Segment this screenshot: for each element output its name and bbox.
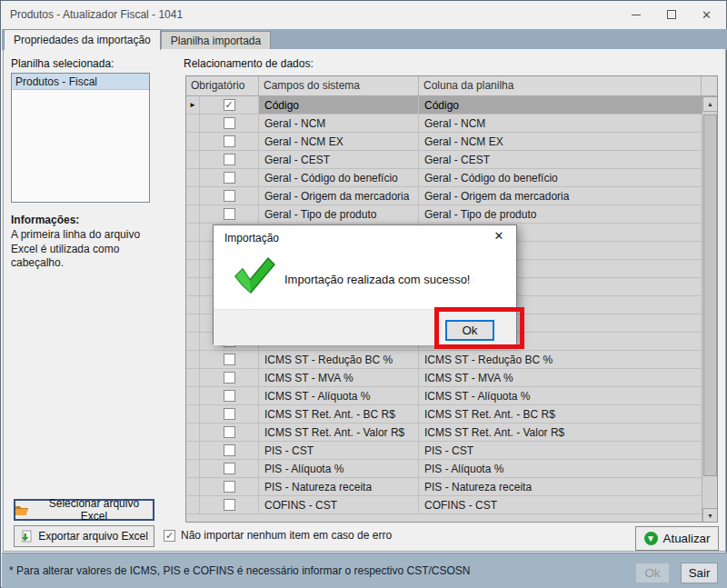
row-indicator [186, 478, 200, 495]
scroll-down-button[interactable]: ▼ [702, 508, 718, 523]
required-checkbox[interactable] [224, 463, 235, 474]
maximize-button[interactable] [653, 1, 689, 28]
row-indicator [186, 187, 200, 204]
campos-cell[interactable]: ICMS ST - Redução BC % [259, 351, 419, 368]
coluna-cell[interactable]: PIS - Alíquota % [419, 460, 702, 477]
table-row[interactable]: ICMS ST Ret. Ant. - Valor R$ ICMS ST Ret… [186, 424, 702, 442]
coluna-cell[interactable]: ICMS ST Ret. Ant. - BC R$ [419, 405, 702, 423]
campos-cell[interactable]: Geral - Tipo de produto [259, 205, 419, 223]
coluna-cell[interactable]: Geral - Código do benefício [419, 169, 702, 186]
campos-cell[interactable]: Geral - Código do benefício [259, 169, 419, 186]
coluna-cell[interactable]: Código [419, 96, 702, 114]
ok-button-disabled[interactable]: Ok [635, 563, 670, 583]
table-row[interactable]: Geral - Código do benefício Geral - Códi… [186, 169, 702, 187]
table-row[interactable]: ICMS ST Ret. Ant. - BC R$ ICMS ST Ret. A… [186, 405, 702, 424]
coluna-cell[interactable]: Geral - CEST [419, 151, 702, 168]
table-scrollbar[interactable]: ▲ ▼ [702, 96, 717, 523]
required-checkbox[interactable] [224, 190, 235, 202]
coluna-cell[interactable]: Geral - Origem da mercadoria [419, 187, 702, 204]
required-checkbox[interactable] [224, 390, 235, 402]
required-checkbox[interactable] [224, 372, 235, 384]
campos-cell[interactable]: Geral - Origem da mercadoria [259, 187, 419, 204]
row-indicator [186, 242, 200, 259]
column-header-campos[interactable]: Campos do sistema [259, 76, 419, 95]
coluna-cell[interactable]: ICMS ST - Redução BC % [419, 351, 702, 368]
row-indicator [186, 205, 200, 223]
campos-cell[interactable]: PIS - Alíquota % [259, 460, 419, 477]
campos-cell[interactable]: ICMS ST - MVA % [259, 369, 419, 386]
campos-cell[interactable]: Geral - NCM EX [259, 133, 419, 150]
planilha-listbox[interactable]: Produtos - Fiscal [11, 73, 150, 203]
coluna-cell[interactable]: ICMS ST - Alíquota % [419, 387, 702, 404]
column-header-spacer [702, 76, 717, 95]
campos-cell[interactable]: Geral - NCM [259, 115, 419, 132]
required-checkbox[interactable]: ✓ [224, 99, 235, 111]
table-row[interactable]: Geral - Origem da mercadoria Geral - Ori… [186, 187, 702, 205]
coluna-cell[interactable]: Geral - NCM [419, 115, 702, 132]
skip-error-checkbox[interactable]: ✓ [164, 530, 175, 542]
table-row[interactable]: Geral - NCM Geral - NCM [186, 115, 702, 133]
coluna-cell[interactable]: ICMS ST - MVA % [419, 369, 702, 386]
required-checkbox[interactable] [224, 444, 235, 456]
required-checkbox[interactable] [224, 154, 235, 165]
table-row[interactable]: ICMS ST - MVA % ICMS ST - MVA % [186, 369, 702, 387]
list-item-produtos-fiscal[interactable]: Produtos - Fiscal [12, 74, 149, 90]
required-checkbox[interactable] [224, 481, 235, 493]
close-button[interactable]: ✕ [689, 1, 724, 28]
required-checkbox[interactable] [224, 354, 235, 365]
exportar-label: Exportar arquivo Excel [38, 530, 148, 543]
coluna-cell[interactable]: PIS - CST [419, 442, 702, 459]
tab-planilha-importada[interactable]: Planilha importada [161, 31, 271, 50]
table-header-row: Obrigatório Campos do sistema Coluna da … [186, 76, 717, 96]
scroll-up-button[interactable]: ▲ [702, 96, 718, 112]
required-checkbox[interactable] [224, 172, 235, 184]
coluna-cell[interactable]: PIS - Natureza receita [419, 478, 702, 495]
sair-button[interactable]: Sair [681, 563, 718, 583]
table-row[interactable]: PIS - Alíquota % PIS - Alíquota % [186, 460, 702, 478]
coluna-cell[interactable]: Geral - Tipo de produto [419, 205, 702, 223]
exportar-arquivo-excel-button[interactable]: Exportar arquivo Excel [14, 525, 154, 547]
row-indicator [186, 460, 200, 477]
coluna-cell[interactable]: Geral - NCM EX [419, 133, 702, 150]
table-row[interactable]: ICMS ST - Redução BC % ICMS ST - Redução… [186, 351, 702, 369]
table-row[interactable]: Geral - CEST Geral - CEST [186, 151, 702, 169]
campos-cell[interactable]: PIS - CST [259, 442, 419, 459]
campos-cell[interactable]: Código [259, 96, 419, 114]
required-checkbox[interactable] [224, 499, 235, 511]
row-indicator: ► [186, 96, 200, 114]
skip-error-checkbox-row[interactable]: ✓ Não importar nenhum item em caso de er… [164, 529, 392, 542]
table-row[interactable]: ICMS ST - Alíquota % ICMS ST - Alíquota … [186, 387, 702, 405]
required-checkbox[interactable] [224, 135, 235, 147]
tab-label: Propriedades da importação [14, 34, 151, 46]
required-checkbox[interactable] [224, 426, 235, 438]
selecionar-arquivo-excel-button[interactable]: Selecionar arquivo Excel [14, 499, 154, 521]
campos-cell[interactable]: Geral - CEST [259, 151, 419, 168]
atualizar-button[interactable]: ▼ Atualizar [635, 526, 719, 551]
campos-cell[interactable]: ICMS ST Ret. Ant. - BC R$ [259, 405, 419, 423]
dialog-close-button[interactable]: ✕ [490, 229, 508, 243]
campos-cell[interactable]: PIS - Natureza receita [259, 478, 419, 495]
required-checkbox[interactable] [224, 408, 235, 420]
table-row[interactable]: COFINS - CST COFINS - CST [186, 496, 702, 514]
coluna-cell[interactable]: ICMS ST Ret. Ant. - Valor R$ [419, 424, 702, 441]
column-header-coluna[interactable]: Coluna da planilha [419, 76, 702, 95]
row-indicator [186, 314, 200, 332]
table-row[interactable]: Geral - Tipo de produto Geral - Tipo de … [186, 205, 702, 224]
required-checkbox[interactable] [224, 117, 235, 129]
table-row[interactable]: Geral - NCM EX Geral - NCM EX [186, 133, 702, 151]
campos-cell[interactable]: ICMS ST Ret. Ant. - Valor R$ [259, 424, 419, 441]
required-checkbox[interactable] [224, 208, 235, 220]
scrollbar-thumb[interactable] [703, 115, 717, 476]
table-row[interactable]: PIS - CST PIS - CST [186, 442, 702, 460]
campos-cell[interactable]: COFINS - CST [259, 496, 419, 513]
coluna-cell[interactable]: COFINS - CST [419, 496, 702, 513]
tab-strip: Propriedades da importação Planilha impo… [2, 29, 727, 50]
tab-propriedades-importacao[interactable]: Propriedades da importação [4, 29, 161, 50]
table-row[interactable]: ► ✓ Código Código [186, 96, 702, 115]
campos-cell[interactable]: ICMS ST - Alíquota % [259, 387, 419, 404]
table-row[interactable]: PIS - Natureza receita PIS - Natureza re… [186, 478, 702, 496]
minimize-button[interactable] [618, 1, 653, 28]
obrigatorio-cell [200, 115, 259, 132]
column-header-obrigatorio[interactable]: Obrigatório [186, 76, 259, 95]
obrigatorio-cell [200, 205, 259, 223]
